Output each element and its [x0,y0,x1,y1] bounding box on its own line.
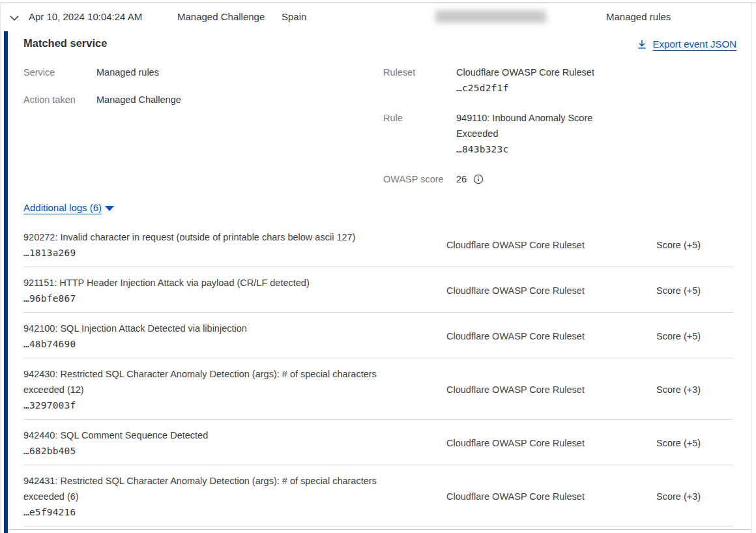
log-score: Score (+5) [656,285,733,296]
caret-down-icon [105,206,114,211]
event-timestamp: Apr 10, 2024 10:04:24 AM [29,11,142,22]
event-detail-panel: Apr 10, 2024 10:04:24 AM Managed Challen… [0,0,756,533]
event-row-header[interactable]: Apr 10, 2024 10:04:24 AM Managed Challen… [0,10,756,26]
rule-name: 949110: Inbound Anomaly Score Exceeded [456,110,614,141]
event-action: Managed Challenge [177,11,265,22]
log-description: 942431: Restricted SQL Character Anomaly… [23,473,414,504]
ruleset-id: …c25d2f1f [456,80,594,96]
log-score: Score (+5) [656,438,733,448]
download-icon [637,39,647,50]
field-rule: Rule 949110: Inbound Anomaly Score Excee… [383,110,618,157]
log-ruleset: Cloudflare OWASP Core Ruleset [446,384,656,395]
log-description-cell: 942440: SQL Comment Sequence Detected …6… [23,427,446,459]
field-value: Managed Challenge [96,92,181,108]
log-row: 942431: Restricted SQL Character Anomaly… [23,465,733,526]
log-row: 942100: SQL Injection Attack Detected vi… [23,313,733,358]
chevron-down-icon[interactable] [8,12,20,24]
event-country: Spain [282,11,306,22]
field-label: OWASP score [383,171,456,187]
log-ruleset: Cloudflare OWASP Core Ruleset [446,438,656,448]
field-ruleset: Ruleset Cloudflare OWASP Core Ruleset …c… [383,65,618,96]
bottom-divider [8,529,751,530]
field-value: 26 [456,171,484,187]
log-description: 920272: Invalid character in request (ou… [23,229,414,245]
log-description-cell: 942431: Restricted SQL Character Anomaly… [23,473,446,520]
log-score: Score (+5) [656,240,733,250]
log-score: Score (+3) [656,384,733,395]
log-rule-id: …682bb405 [23,443,446,459]
ruleset-name: Cloudflare OWASP Core Ruleset [456,65,594,80]
fields-left-column: Service Managed rules Action taken Manag… [23,65,297,119]
matched-service-title: Matched service [23,37,107,50]
field-owasp-score: OWASP score 26 [383,171,618,187]
field-label: Action taken [23,92,96,108]
log-rule-id: …1813a269 [23,245,446,261]
owasp-score-value: 26 [456,171,467,187]
field-value: Managed rules [96,65,159,80]
redacted-field [435,10,546,23]
log-score: Score (+5) [656,331,733,341]
log-description-cell: 942100: SQL Injection Attack Detected vi… [23,321,446,352]
export-link-label: Export event JSON [653,38,736,50]
field-label: Service [23,65,96,80]
log-row: 921151: HTTP Header Injection Attack via… [23,267,733,313]
log-score: Score (+3) [656,491,733,502]
log-rule-id: …3297003f [23,397,446,413]
fields-right-column: Ruleset Cloudflare OWASP Core Ruleset …c… [383,65,618,201]
additional-logs-toggle[interactable]: Additional logs (6) [23,202,114,213]
rule-id: …843b323c [456,141,614,157]
log-description: 942100: SQL Injection Attack Detected vi… [23,321,414,336]
log-row: 942440: SQL Comment Sequence Detected …6… [23,420,733,465]
log-ruleset: Cloudflare OWASP Core Ruleset [446,285,656,296]
field-label: Ruleset [383,65,456,96]
export-event-json-link[interactable]: Export event JSON [637,38,736,50]
log-description: 921151: HTTP Header Injection Attack via… [23,275,414,291]
top-divider [0,2,756,3]
log-description-cell: 921151: HTTP Header Injection Attack via… [23,275,446,306]
log-description: 942440: SQL Comment Sequence Detected [23,427,414,443]
log-description-cell: 920272: Invalid character in request (ou… [23,229,446,261]
log-row: 920272: Invalid character in request (ou… [23,222,733,267]
field-action-taken: Action taken Managed Challenge [23,92,297,108]
log-row: 942430: Restricted SQL Character Anomaly… [23,358,733,420]
additional-logs-table: 920272: Invalid character in request (ou… [0,222,756,526]
field-value: Cloudflare OWASP Core Ruleset …c25d2f1f [456,65,594,96]
log-ruleset: Cloudflare OWASP Core Ruleset [446,331,656,341]
event-service: Managed rules [606,11,671,22]
additional-logs-label: Additional logs (6) [23,202,102,213]
log-ruleset: Cloudflare OWASP Core Ruleset [446,240,656,250]
log-rule-id: …48b74690 [23,336,446,352]
info-icon[interactable] [473,174,484,184]
field-service: Service Managed rules [23,65,297,80]
log-description-cell: 942430: Restricted SQL Character Anomaly… [23,366,446,413]
log-description: 942430: Restricted SQL Character Anomaly… [23,366,414,397]
log-ruleset: Cloudflare OWASP Core Ruleset [446,491,656,502]
log-rule-id: …e5f94216 [23,504,446,520]
field-value: 949110: Inbound Anomaly Score Exceeded …… [456,110,614,157]
log-rule-id: …96bfe867 [23,291,446,306]
field-label: Rule [383,110,456,157]
